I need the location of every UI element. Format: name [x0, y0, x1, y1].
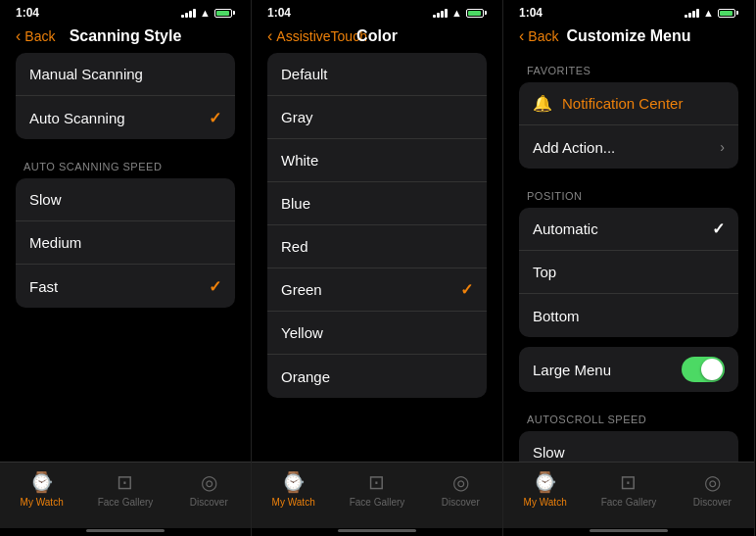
- battery-icon-2: [466, 9, 487, 18]
- list-item-green[interactable]: Green ✓: [267, 268, 487, 312]
- nav-bar-2: ‹ AssistiveTouch Color: [252, 24, 502, 53]
- status-time-3: 1:04: [519, 6, 543, 20]
- manual-scanning-label: Manual Scanning: [29, 66, 143, 82]
- list-item-manual[interactable]: Manual Scanning: [16, 53, 235, 96]
- yellow-label: Yellow: [281, 324, 323, 341]
- mywatch-label-3: My Watch: [524, 497, 567, 508]
- green-label: Green: [281, 281, 322, 298]
- bottom-label: Bottom: [533, 308, 580, 324]
- nav-bar-3: ‹ Back Customize Menu: [503, 24, 754, 53]
- list-item-gray[interactable]: Gray: [267, 96, 487, 139]
- medium-label: Medium: [29, 234, 81, 251]
- face-label-1: Face Gallery: [98, 497, 154, 508]
- large-menu-toggle[interactable]: [682, 357, 725, 382]
- wifi-icon-3: ▲: [703, 7, 714, 19]
- status-icons-3: ▲: [685, 7, 738, 19]
- tab-discover-2[interactable]: ◎ Discover: [431, 470, 490, 508]
- back-button-1[interactable]: ‹ Back: [16, 27, 55, 45]
- fast-checkmark: ✓: [209, 277, 221, 296]
- auto-speed-section-label: AUTO SCANNING SPEED: [16, 149, 235, 178]
- white-label: White: [281, 152, 318, 169]
- mywatch-label-1: My Watch: [21, 497, 64, 508]
- autoscroll-section-label: AUTOSCROLL SPEED: [519, 402, 738, 431]
- status-icons-1: ▲: [181, 7, 235, 19]
- nav-title-3: Customize Menu: [566, 27, 690, 45]
- scanning-type-group: Manual Scanning Auto Scanning ✓: [16, 53, 235, 139]
- gray-label: Gray: [281, 109, 313, 125]
- signal-icon-3: [685, 8, 699, 18]
- toggle-knob: [701, 359, 723, 380]
- battery-icon-1: [214, 9, 235, 18]
- tab-mywatch-1[interactable]: ⌚ My Watch: [13, 470, 71, 508]
- home-indicator-3: [503, 528, 754, 536]
- back-button-3[interactable]: ‹ Back: [519, 27, 558, 45]
- tab-face-2[interactable]: ⊡ Face Gallery: [348, 470, 406, 508]
- status-bar-2: 1:04 ▲: [252, 0, 502, 24]
- list-item-notification-center[interactable]: 🔔 Notification Center: [519, 82, 738, 125]
- top-label: Top: [533, 264, 556, 280]
- list-item-bottom[interactable]: Bottom: [519, 294, 738, 337]
- back-button-2[interactable]: ‹ AssistiveTouch: [267, 27, 367, 45]
- discover-icon-3: ◎: [704, 470, 721, 494]
- panel-customize-menu: 1:04 ▲ ‹ Back Customize Menu FAVORITES: [503, 0, 755, 536]
- list-item-slow-auto[interactable]: Slow: [519, 431, 738, 462]
- tab-mywatch-2[interactable]: ⌚ My Watch: [264, 470, 323, 508]
- home-indicator-2: [252, 528, 502, 536]
- discover-label-2: Discover: [442, 497, 480, 508]
- list-item-fast[interactable]: Fast ✓: [16, 265, 235, 308]
- add-action-chevron: ›: [720, 139, 725, 155]
- tab-face-3[interactable]: ⊡ Face Gallery: [599, 470, 658, 508]
- status-bar-3: 1:04 ▲: [503, 0, 754, 24]
- tab-bar-3: ⌚ My Watch ⊡ Face Gallery ◎ Discover: [503, 462, 754, 528]
- list-item-medium[interactable]: Medium: [16, 221, 235, 265]
- list-item-top[interactable]: Top: [519, 251, 738, 294]
- mywatch-label-2: My Watch: [272, 497, 315, 508]
- add-action-label: Add Action...: [533, 139, 615, 156]
- speed-group: Slow Medium Fast ✓: [16, 178, 235, 308]
- nav-bar-1: ‹ Back Scanning Style: [0, 24, 251, 53]
- home-indicator-1: [0, 528, 251, 536]
- face-label-2: Face Gallery: [350, 497, 405, 508]
- tab-face-1[interactable]: ⊡ Face Gallery: [96, 470, 155, 508]
- large-menu-toggle-row: Large Menu: [519, 347, 738, 392]
- tab-bar-2: ⌚ My Watch ⊡ Face Gallery ◎ Discover: [252, 462, 502, 528]
- list-item-orange[interactable]: Orange: [267, 355, 487, 398]
- position-section-label: POSITION: [519, 178, 738, 208]
- list-item-automatic[interactable]: Automatic ✓: [519, 208, 738, 251]
- list-item-default[interactable]: Default: [267, 53, 487, 96]
- status-icons-2: ▲: [433, 7, 487, 19]
- bell-icon: 🔔: [533, 94, 552, 113]
- list-item-auto[interactable]: Auto Scanning ✓: [16, 96, 235, 139]
- list-item-red[interactable]: Red: [267, 225, 487, 268]
- status-bar-1: 1:04 ▲: [0, 0, 251, 24]
- tab-discover-1[interactable]: ◎ Discover: [179, 470, 238, 508]
- slow-auto-label: Slow: [533, 444, 565, 461]
- list-item-white[interactable]: White: [267, 139, 487, 182]
- status-time-2: 1:04: [267, 6, 291, 20]
- back-label-1: Back: [24, 28, 55, 44]
- chevron-left-icon-2: ‹: [267, 27, 272, 45]
- slow-label: Slow: [29, 191, 62, 208]
- list-item-blue[interactable]: Blue: [267, 182, 487, 225]
- content-3: FAVORITES 🔔 Notification Center Add Acti…: [503, 53, 754, 462]
- notification-center-label: Notification Center: [562, 95, 683, 112]
- discover-icon-2: ◎: [452, 470, 469, 494]
- green-checkmark: ✓: [460, 280, 473, 299]
- favorites-group: 🔔 Notification Center Add Action... ›: [519, 82, 738, 169]
- autoscroll-group: Slow Medium ✓ Fast: [519, 431, 738, 462]
- content-1: Manual Scanning Auto Scanning ✓ AUTO SCA…: [0, 53, 251, 462]
- list-item-yellow[interactable]: Yellow: [267, 312, 487, 355]
- tab-mywatch-3[interactable]: ⌚ My Watch: [516, 470, 575, 508]
- default-label: Default: [281, 66, 328, 82]
- list-item-slow[interactable]: Slow: [16, 178, 235, 221]
- nav-title-2: Color: [356, 27, 398, 45]
- orange-label: Orange: [281, 368, 330, 385]
- list-item-add-action[interactable]: Add Action... ›: [519, 125, 738, 169]
- auto-scanning-label: Auto Scanning: [29, 110, 125, 126]
- discover-icon-1: ◎: [201, 470, 217, 494]
- tab-discover-3[interactable]: ◎ Discover: [683, 470, 741, 508]
- content-2: Default Gray White Blue Red Green ✓ Yell…: [252, 53, 502, 462]
- chevron-left-icon-1: ‹: [16, 27, 21, 45]
- position-group: Automatic ✓ Top Bottom: [519, 208, 738, 337]
- tab-bar-1: ⌚ My Watch ⊡ Face Gallery ◎ Discover: [0, 462, 251, 528]
